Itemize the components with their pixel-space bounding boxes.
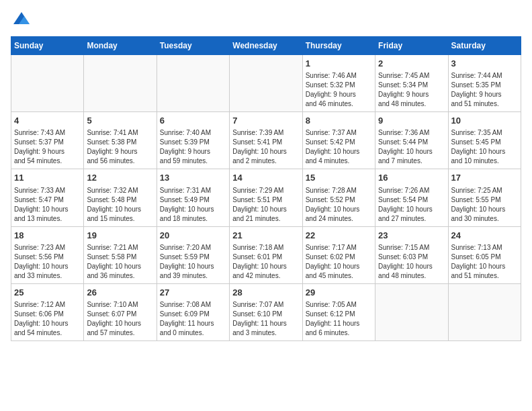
day-number: 16 (378, 172, 445, 184)
day-info: Sunrise: 7:08 AMSunset: 6:09 PMDaylight:… (160, 300, 226, 338)
day-header-tuesday: Tuesday (157, 37, 229, 55)
calendar-cell: 25Sunrise: 7:12 AMSunset: 6:06 PMDayligh… (11, 283, 84, 340)
day-info: Sunrise: 7:44 AMSunset: 5:35 PMDaylight:… (451, 71, 518, 109)
day-number: 19 (87, 230, 153, 242)
day-number: 6 (160, 115, 226, 127)
day-info: Sunrise: 7:25 AMSunset: 5:55 PMDaylight:… (451, 186, 518, 224)
day-info: Sunrise: 7:45 AMSunset: 5:34 PMDaylight:… (378, 71, 445, 109)
day-number: 9 (378, 115, 445, 127)
calendar-cell: 23Sunrise: 7:15 AMSunset: 6:03 PMDayligh… (375, 226, 448, 283)
day-header-friday: Friday (375, 37, 448, 55)
calendar-week-row: 11Sunrise: 7:33 AMSunset: 5:47 PMDayligh… (11, 169, 521, 226)
calendar-cell: 24Sunrise: 7:13 AMSunset: 6:05 PMDayligh… (448, 226, 521, 283)
day-number: 2 (378, 58, 445, 70)
day-info: Sunrise: 7:40 AMSunset: 5:39 PMDaylight:… (160, 128, 226, 166)
day-number: 18 (14, 230, 81, 242)
day-info: Sunrise: 7:28 AMSunset: 5:52 PMDaylight:… (306, 186, 372, 224)
day-number: 11 (14, 172, 81, 184)
day-header-monday: Monday (84, 37, 157, 55)
calendar-cell: 12Sunrise: 7:32 AMSunset: 5:48 PMDayligh… (84, 169, 157, 226)
day-info: Sunrise: 7:36 AMSunset: 5:44 PMDaylight:… (378, 128, 445, 166)
day-info: Sunrise: 7:21 AMSunset: 5:58 PMDaylight:… (87, 243, 153, 281)
day-number: 7 (232, 115, 299, 127)
day-number: 12 (87, 172, 153, 184)
calendar-table: SundayMondayTuesdayWednesdayThursdayFrid… (11, 36, 521, 341)
calendar-week-row: 25Sunrise: 7:12 AMSunset: 6:06 PMDayligh… (11, 283, 521, 340)
day-number: 3 (451, 58, 518, 70)
calendar-body: 1Sunrise: 7:46 AMSunset: 5:32 PMDaylight… (11, 55, 521, 341)
day-info: Sunrise: 7:33 AMSunset: 5:47 PMDaylight:… (14, 186, 81, 224)
day-info: Sunrise: 7:35 AMSunset: 5:45 PMDaylight:… (451, 128, 518, 166)
day-number: 27 (160, 287, 226, 299)
calendar-cell: 29Sunrise: 7:05 AMSunset: 6:12 PMDayligh… (302, 283, 375, 340)
day-number: 8 (306, 115, 372, 127)
day-info: Sunrise: 7:10 AMSunset: 6:07 PMDaylight:… (87, 300, 153, 338)
day-number: 29 (306, 287, 372, 299)
calendar-cell: 17Sunrise: 7:25 AMSunset: 5:55 PMDayligh… (448, 169, 521, 226)
day-number: 25 (14, 287, 81, 299)
day-number: 4 (14, 115, 81, 127)
calendar-week-row: 18Sunrise: 7:23 AMSunset: 5:56 PMDayligh… (11, 226, 521, 283)
day-number: 10 (451, 115, 518, 127)
day-info: Sunrise: 7:26 AMSunset: 5:54 PMDaylight:… (378, 186, 445, 224)
calendar-cell: 10Sunrise: 7:35 AMSunset: 5:45 PMDayligh… (448, 112, 521, 169)
calendar-cell: 26Sunrise: 7:10 AMSunset: 6:07 PMDayligh… (84, 283, 157, 340)
calendar-week-row: 4Sunrise: 7:43 AMSunset: 5:37 PMDaylight… (11, 112, 521, 169)
calendar-cell: 3Sunrise: 7:44 AMSunset: 5:35 PMDaylight… (448, 55, 521, 112)
calendar-cell (375, 283, 448, 340)
day-info: Sunrise: 7:17 AMSunset: 6:02 PMDaylight:… (306, 243, 372, 281)
calendar-cell (230, 55, 302, 112)
day-number: 26 (87, 287, 153, 299)
day-header-wednesday: Wednesday (230, 37, 302, 55)
day-info: Sunrise: 7:31 AMSunset: 5:49 PMDaylight:… (160, 186, 226, 224)
calendar-cell: 7Sunrise: 7:39 AMSunset: 5:41 PMDaylight… (230, 112, 302, 169)
day-number: 20 (160, 230, 226, 242)
calendar-cell: 9Sunrise: 7:36 AMSunset: 5:44 PMDaylight… (375, 112, 448, 169)
calendar-cell: 21Sunrise: 7:18 AMSunset: 6:01 PMDayligh… (230, 226, 302, 283)
day-header-sunday: Sunday (11, 37, 84, 55)
calendar-cell: 4Sunrise: 7:43 AMSunset: 5:37 PMDaylight… (11, 112, 84, 169)
day-number: 1 (306, 58, 372, 70)
header (11, 11, 521, 30)
day-header-saturday: Saturday (448, 37, 521, 55)
calendar-cell: 20Sunrise: 7:20 AMSunset: 5:59 PMDayligh… (157, 226, 229, 283)
day-info: Sunrise: 7:46 AMSunset: 5:32 PMDaylight:… (306, 71, 372, 109)
day-number: 14 (232, 172, 299, 184)
calendar-week-row: 1Sunrise: 7:46 AMSunset: 5:32 PMDaylight… (11, 55, 521, 112)
calendar-cell: 15Sunrise: 7:28 AMSunset: 5:52 PMDayligh… (302, 169, 375, 226)
calendar-cell: 6Sunrise: 7:40 AMSunset: 5:39 PMDaylight… (157, 112, 229, 169)
calendar-cell: 14Sunrise: 7:29 AMSunset: 5:51 PMDayligh… (230, 169, 302, 226)
day-number: 5 (87, 115, 153, 127)
day-info: Sunrise: 7:05 AMSunset: 6:12 PMDaylight:… (306, 300, 372, 338)
day-number: 17 (451, 172, 518, 184)
day-number: 23 (378, 230, 445, 242)
day-header-thursday: Thursday (302, 37, 375, 55)
day-number: 21 (232, 230, 299, 242)
day-info: Sunrise: 7:43 AMSunset: 5:37 PMDaylight:… (14, 128, 81, 166)
calendar-cell (84, 55, 157, 112)
day-info: Sunrise: 7:41 AMSunset: 5:38 PMDaylight:… (87, 128, 153, 166)
calendar-cell: 11Sunrise: 7:33 AMSunset: 5:47 PMDayligh… (11, 169, 84, 226)
day-info: Sunrise: 7:13 AMSunset: 6:05 PMDaylight:… (451, 243, 518, 281)
calendar-cell: 2Sunrise: 7:45 AMSunset: 5:34 PMDaylight… (375, 55, 448, 112)
day-info: Sunrise: 7:39 AMSunset: 5:41 PMDaylight:… (232, 128, 299, 166)
day-info: Sunrise: 7:23 AMSunset: 5:56 PMDaylight:… (14, 243, 81, 281)
day-number: 15 (306, 172, 372, 184)
calendar-cell: 27Sunrise: 7:08 AMSunset: 6:09 PMDayligh… (157, 283, 229, 340)
day-info: Sunrise: 7:32 AMSunset: 5:48 PMDaylight:… (87, 186, 153, 224)
day-number: 28 (232, 287, 299, 299)
day-info: Sunrise: 7:18 AMSunset: 6:01 PMDaylight:… (232, 243, 299, 281)
calendar-cell: 22Sunrise: 7:17 AMSunset: 6:02 PMDayligh… (302, 226, 375, 283)
day-info: Sunrise: 7:07 AMSunset: 6:10 PMDaylight:… (232, 300, 299, 338)
day-number: 24 (451, 230, 518, 242)
day-info: Sunrise: 7:37 AMSunset: 5:42 PMDaylight:… (306, 128, 372, 166)
day-info: Sunrise: 7:15 AMSunset: 6:03 PMDaylight:… (378, 243, 445, 281)
calendar-cell (448, 283, 521, 340)
calendar-cell: 5Sunrise: 7:41 AMSunset: 5:38 PMDaylight… (84, 112, 157, 169)
calendar-cell: 1Sunrise: 7:46 AMSunset: 5:32 PMDaylight… (302, 55, 375, 112)
day-info: Sunrise: 7:12 AMSunset: 6:06 PMDaylight:… (14, 300, 81, 338)
calendar-cell: 18Sunrise: 7:23 AMSunset: 5:56 PMDayligh… (11, 226, 84, 283)
day-info: Sunrise: 7:20 AMSunset: 5:59 PMDaylight:… (160, 243, 226, 281)
calendar-header-row: SundayMondayTuesdayWednesdayThursdayFrid… (11, 37, 521, 55)
logo-icon (12, 11, 31, 30)
